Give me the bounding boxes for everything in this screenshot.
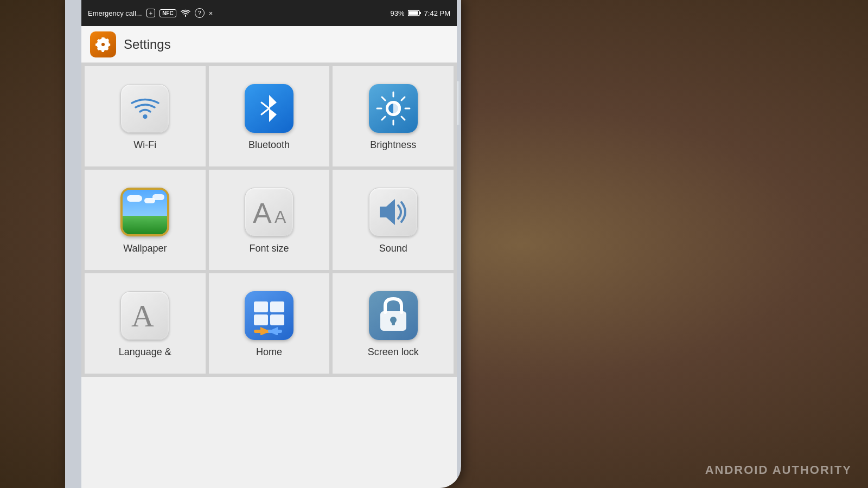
x-indicator: × bbox=[209, 9, 213, 17]
settings-header: Settings bbox=[81, 26, 457, 63]
svg-rect-23 bbox=[254, 330, 270, 333]
svg-rect-21 bbox=[254, 314, 268, 325]
wifi-status-icon bbox=[181, 9, 190, 17]
svg-text:A: A bbox=[275, 207, 286, 227]
settings-item-bluetooth[interactable]: Bluetooth bbox=[209, 66, 330, 166]
svg-rect-24 bbox=[268, 330, 282, 333]
home-icon-svg bbox=[250, 296, 289, 335]
phone-screen: Emergency call... + NFC ? × 93% bbox=[81, 0, 457, 488]
svg-text:A: A bbox=[131, 298, 154, 333]
font-size-label: Font size bbox=[249, 243, 289, 254]
svg-rect-27 bbox=[392, 320, 395, 325]
settings-grid: Wi-Fi Bluetooth bbox=[81, 63, 457, 377]
home-setting-icon bbox=[245, 291, 293, 340]
language-icon-svg: A bbox=[129, 298, 161, 333]
wallpaper-ground bbox=[123, 216, 167, 234]
settings-item-wifi[interactable]: Wi-Fi bbox=[85, 66, 206, 166]
svg-line-15 bbox=[382, 117, 385, 120]
language-setting-icon: A bbox=[120, 291, 169, 340]
sound-label: Sound bbox=[379, 243, 407, 254]
svg-rect-2 bbox=[419, 12, 421, 14]
svg-rect-19 bbox=[254, 301, 268, 312]
bluetooth-icon-svg bbox=[256, 89, 282, 127]
watermark: ANDROID AUTHORITY bbox=[705, 463, 852, 477]
sound-icon-svg bbox=[374, 196, 412, 228]
svg-line-12 bbox=[382, 97, 385, 100]
question-icon: ? bbox=[195, 8, 205, 18]
settings-item-language[interactable]: A Language & bbox=[85, 273, 206, 374]
status-bar-left: Emergency call... + NFC ? × bbox=[88, 8, 391, 18]
wallpaper-cloud1 bbox=[127, 195, 142, 202]
bluetooth-label: Bluetooth bbox=[248, 139, 290, 151]
emergency-call-text: Emergency call... bbox=[88, 9, 142, 17]
wifi-icon-svg bbox=[130, 95, 160, 122]
settings-item-wallpaper[interactable]: Wallpaper bbox=[85, 170, 206, 270]
settings-item-brightness[interactable]: Brightness bbox=[333, 66, 454, 166]
font-icon-svg: A A bbox=[250, 195, 288, 230]
settings-page-title: Settings bbox=[124, 37, 171, 52]
svg-rect-22 bbox=[270, 314, 284, 325]
svg-rect-1 bbox=[409, 11, 418, 15]
svg-text:A: A bbox=[253, 197, 272, 229]
wallpaper-label: Wallpaper bbox=[123, 243, 167, 254]
font-setting-icon: A A bbox=[245, 188, 293, 236]
svg-point-5 bbox=[143, 114, 147, 119]
svg-rect-20 bbox=[270, 301, 284, 312]
settings-item-font-size[interactable]: A A Font size bbox=[209, 170, 330, 270]
time-display: 7:42 PM bbox=[424, 9, 450, 17]
battery-icon bbox=[408, 9, 421, 17]
svg-line-14 bbox=[401, 97, 405, 100]
language-label: Language & bbox=[119, 346, 171, 358]
settings-item-sound[interactable]: Sound bbox=[333, 170, 454, 270]
bluetooth-setting-icon bbox=[245, 84, 293, 133]
settings-item-screen-lock[interactable]: Screen lock bbox=[333, 273, 454, 374]
svg-line-13 bbox=[401, 117, 405, 120]
battery-text: 93% bbox=[391, 9, 405, 17]
nfc-badge: NFC bbox=[159, 9, 176, 17]
sound-setting-icon bbox=[369, 188, 418, 236]
brightness-setting-icon bbox=[369, 84, 418, 133]
home-label: Home bbox=[256, 346, 282, 358]
settings-app-icon bbox=[90, 31, 116, 57]
wifi-setting-icon bbox=[120, 84, 169, 133]
phone-frame: Emergency call... + NFC ? × 93% bbox=[65, 0, 461, 488]
plus-badge: + bbox=[146, 9, 155, 17]
lock-setting-icon bbox=[369, 291, 418, 340]
settings-item-home[interactable]: Home bbox=[209, 273, 330, 374]
wallpaper-cloud3 bbox=[152, 194, 164, 200]
status-bar-right: 93% 7:42 PM bbox=[391, 9, 450, 17]
wifi-label: Wi-Fi bbox=[133, 139, 156, 151]
brightness-label: Brightness bbox=[370, 139, 416, 151]
lock-icon-svg bbox=[377, 296, 410, 335]
status-bar: Emergency call... + NFC ? × 93% bbox=[81, 0, 457, 26]
screen-lock-label: Screen lock bbox=[368, 346, 419, 358]
brightness-icon-svg bbox=[374, 89, 412, 127]
gear-icon-overlay bbox=[95, 36, 111, 53]
wallpaper-setting-icon bbox=[120, 188, 169, 236]
